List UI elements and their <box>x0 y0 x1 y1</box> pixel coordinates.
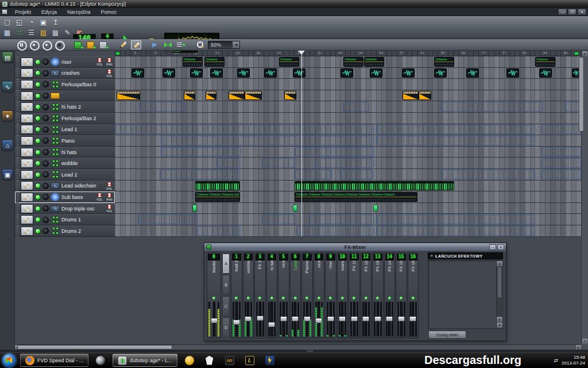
track-ops-button[interactable] <box>21 114 33 123</box>
song-editor-hscrollbar[interactable]: ◄ ► <box>15 344 581 350</box>
hscroll-handle[interactable] <box>17 345 172 350</box>
segment-blue[interactable] <box>295 147 373 157</box>
track-lane[interactable] <box>115 169 581 181</box>
lol-icon[interactable]: L <box>245 356 254 365</box>
track-vol-knob[interactable]: VOL <box>105 204 114 213</box>
firefox-task-button[interactable]: FVD Speed Dial - ... <box>20 354 88 367</box>
track-mute-led[interactable] <box>35 126 41 132</box>
segment-blue[interactable] <box>541 125 581 135</box>
effects-chain-enable-led[interactable] <box>430 254 434 258</box>
bank-button-D[interactable]: D <box>222 317 230 338</box>
menu-narzędzia[interactable]: Narzędzia <box>62 9 96 15</box>
fader-handle[interactable] <box>233 320 240 325</box>
track-solo-knob[interactable] <box>42 228 49 234</box>
segment-label[interactable]: Odtawia <box>434 57 454 67</box>
fx-channel-12[interactable]: 12FX 12 <box>361 252 372 339</box>
segment-label[interactable]: Odtawia <box>204 57 225 67</box>
track-ops-button[interactable] <box>21 91 33 101</box>
save-project-button[interactable]: ▣ <box>38 17 48 27</box>
segment-wave[interactable] <box>210 68 223 78</box>
segment-blue[interactable] <box>309 214 374 224</box>
scroll-down-icon[interactable]: ▼ <box>582 339 587 344</box>
track-pan-knob[interactable]: PAN <box>105 57 114 66</box>
track-mute-led[interactable] <box>35 93 41 99</box>
zoom-dropdown-arrow-icon[interactable]: ◄ <box>233 41 239 48</box>
mdi-close-button[interactable]: ✕ <box>578 9 586 15</box>
chain-scroll-down-icon[interactable]: ▼ <box>497 323 502 328</box>
fx-channel-fader[interactable] <box>268 301 277 338</box>
track-ops-button[interactable] <box>21 170 33 179</box>
segment-blue[interactable] <box>296 226 374 236</box>
scroll-right-icon[interactable]: ► <box>576 345 581 350</box>
track-grip[interactable] <box>16 169 19 181</box>
zoom-icon[interactable] <box>195 40 206 49</box>
track-solo-knob[interactable] <box>42 70 49 76</box>
piano-roll-toggle[interactable]: ☰ <box>26 28 36 37</box>
add-automation-track-button[interactable] <box>99 40 109 49</box>
segment-wave[interactable] <box>341 68 353 78</box>
segment-ramp[interactable] <box>403 91 419 101</box>
bank-button-A[interactable]: A <box>222 254 230 274</box>
fx-channel-1[interactable]: 1lead 2 <box>231 252 242 339</box>
fx-channel-fader[interactable] <box>350 301 359 338</box>
track-solo-knob[interactable] <box>42 205 49 212</box>
fader-handle[interactable] <box>292 316 299 321</box>
track-vol-knob[interactable]: VOL <box>105 182 114 190</box>
fader-handle[interactable] <box>386 316 393 321</box>
segment-notes[interactable] <box>295 181 454 191</box>
track-ops-button[interactable] <box>21 80 33 89</box>
track-solo-knob[interactable] <box>42 171 49 178</box>
fx-channel-0[interactable]: 0Master <box>207 252 221 339</box>
fx-channel-fader[interactable] <box>279 301 288 338</box>
edit-mode-button[interactable] <box>131 40 141 49</box>
track-lane[interactable] <box>115 90 581 102</box>
track-ops-button[interactable] <box>21 148 33 157</box>
track-grip[interactable] <box>16 113 19 124</box>
fader-handle[interactable] <box>339 316 346 321</box>
fx-channel-7[interactable]: 7Pianno <box>301 252 313 339</box>
fx-channel-fader[interactable] <box>385 301 394 338</box>
sidebar-tab-instruments[interactable]: ▤ <box>2 52 13 63</box>
track-grip[interactable] <box>16 56 19 68</box>
fx-mixer-toggle[interactable]: ▩ <box>51 28 60 37</box>
track-lane[interactable] <box>115 135 581 147</box>
fx-channel-5[interactable]: 5kick <box>278 252 289 339</box>
fx-channel-fader[interactable] <box>208 301 220 338</box>
track-solo-knob[interactable] <box>42 217 49 223</box>
segment-label[interactable]: Odtawia <box>364 57 384 67</box>
fx-channel-fader[interactable] <box>232 301 241 338</box>
fx-channel-fader[interactable] <box>256 301 265 338</box>
track-lane[interactable] <box>115 147 581 158</box>
recent-projects-button[interactable]: ◔ <box>26 17 36 27</box>
fx-channel-13[interactable]: 13FX 13 <box>372 252 384 339</box>
track-lane[interactable] <box>115 113 581 124</box>
bb-editor-toggle[interactable]: ∷ <box>14 28 24 37</box>
segment-blue[interactable] <box>138 214 198 224</box>
segment-blue[interactable] <box>377 226 535 236</box>
playhead-marker[interactable] <box>298 51 305 55</box>
segment-wave[interactable] <box>434 68 447 78</box>
tray-sync-icon[interactable]: ⇄ <box>554 358 559 363</box>
track-ops-button[interactable] <box>21 204 33 213</box>
chain-scroll-up2-icon[interactable]: ▲ <box>497 317 502 322</box>
track-mute-led[interactable] <box>35 160 41 166</box>
song-editor-vscrollbar[interactable]: ▲ ▼ <box>581 51 587 344</box>
segment-label[interactable]: Odtawia <box>535 57 555 67</box>
track-solo-knob[interactable] <box>42 183 49 189</box>
scroll-up-icon[interactable]: ▲ <box>582 51 587 56</box>
segment-wave[interactable] <box>370 68 382 78</box>
segment-blue[interactable] <box>295 170 331 179</box>
menu-projekt[interactable]: Projekt <box>10 9 36 15</box>
record-button[interactable] <box>29 40 39 49</box>
segment-blue[interactable] <box>377 136 535 145</box>
fx-channel-fader[interactable] <box>397 301 406 338</box>
fx-channel-fader[interactable] <box>409 301 418 338</box>
segment-wave[interactable] <box>131 68 144 78</box>
track-ops-button[interactable] <box>21 227 33 236</box>
segment-ramp[interactable] <box>284 91 296 101</box>
autoscroll-toggle[interactable] <box>150 40 161 49</box>
sidebar-tab-samples[interactable]: ∿ <box>2 81 13 93</box>
fader-handle[interactable] <box>268 322 275 327</box>
fx-channel-fader[interactable] <box>303 301 312 338</box>
track-ops-button[interactable] <box>21 125 33 134</box>
